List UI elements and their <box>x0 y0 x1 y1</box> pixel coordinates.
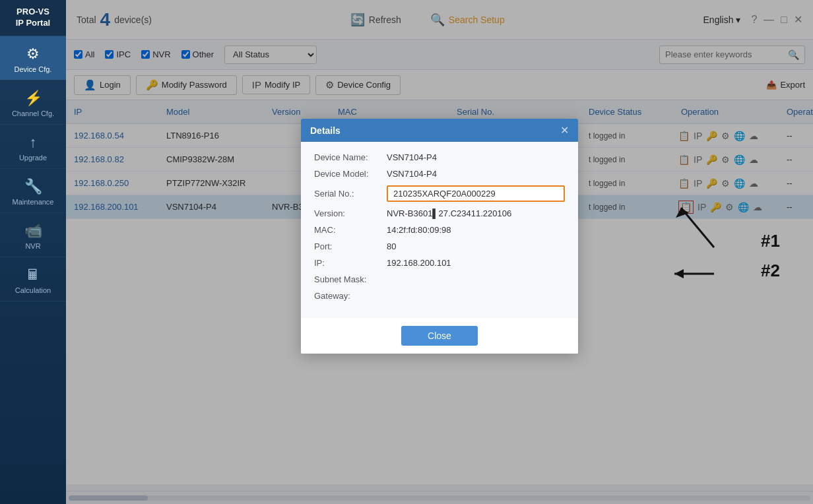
details-modal: Details ✕ Device Name: VSN7104-P4 Device… <box>301 119 578 354</box>
serial-no-value: 210235XARQF20A000229 <box>387 185 565 202</box>
version-value: NVR-B3601▌27.C23411.220106 <box>387 208 565 218</box>
logo-text: PRO-VS IP Portal <box>5 7 61 29</box>
version-label: Version: <box>314 208 387 218</box>
sidebar-item-channel-cfg[interactable]: ⚡ Channel Cfg. <box>0 80 66 125</box>
device-model-value: VSN7104-P4 <box>387 169 565 179</box>
sidebar-item-label: Channel Cfg. <box>12 110 54 117</box>
ip-label: IP: <box>314 258 387 268</box>
channel-icon: ⚡ <box>24 90 42 107</box>
detail-row-version: Version: NVR-B3601▌27.C23411.220106 <box>314 208 565 218</box>
sidebar-item-calculation[interactable]: 🖩 Calculation <box>0 257 66 301</box>
port-label: Port: <box>314 241 387 251</box>
ip-value: 192.168.200.101 <box>387 258 565 268</box>
modal-body: Device Name: VSN7104-P4 Device Model: VS… <box>301 142 578 318</box>
detail-row-subnet: Subnet Mask: <box>314 274 565 284</box>
detail-row-ip: IP: 192.168.200.101 <box>314 258 565 268</box>
sidebar-item-label: Upgrade <box>19 154 47 162</box>
detail-row-gateway: Gateway: <box>314 291 565 301</box>
modal-footer: Close <box>301 318 578 354</box>
gear-icon: ⚙ <box>26 46 40 63</box>
device-name-label: Device Name: <box>314 152 387 162</box>
upgrade-icon: ↑ <box>30 134 37 151</box>
sidebar-item-upgrade[interactable]: ↑ Upgrade <box>0 125 66 169</box>
detail-row-serial: Serial No.: 210235XARQF20A000229 <box>314 185 565 202</box>
detail-row-device-name: Device Name: VSN7104-P4 <box>314 152 565 162</box>
detail-row-device-model: Device Model: VSN7104-P4 <box>314 169 565 179</box>
sidebar: PRO-VS IP Portal ⚙ Device Cfg. ⚡ Channel… <box>0 0 66 504</box>
sidebar-item-label: Device Cfg. <box>15 65 52 73</box>
gateway-label: Gateway: <box>314 291 387 301</box>
serial-no-label: Serial No.: <box>314 189 387 199</box>
sidebar-logo: PRO-VS IP Portal <box>0 0 66 36</box>
device-name-value: VSN7104-P4 <box>387 152 565 162</box>
nvr-icon: 📹 <box>24 222 42 239</box>
modal-title: Details <box>310 125 341 136</box>
sidebar-item-label: Maintenance <box>13 198 54 206</box>
sidebar-item-maintenance[interactable]: 🔧 Maintenance <box>0 169 66 213</box>
modal-header: Details ✕ <box>301 119 578 142</box>
modal-close-footer-button[interactable]: Close <box>401 326 478 346</box>
maintenance-icon: 🔧 <box>24 178 42 195</box>
port-value: 80 <box>387 241 565 251</box>
sidebar-item-label: Calculation <box>15 286 51 294</box>
sidebar-item-label: NVR <box>25 242 40 250</box>
mac-value: 14:2f:fd:80:09:98 <box>387 225 565 235</box>
sidebar-item-device-cfg[interactable]: ⚙ Device Cfg. <box>0 36 66 80</box>
detail-row-mac: MAC: 14:2f:fd:80:09:98 <box>314 225 565 235</box>
sidebar-item-nvr[interactable]: 📹 NVR <box>0 213 66 257</box>
modal-close-button[interactable]: ✕ <box>560 124 569 137</box>
detail-row-port: Port: 80 <box>314 241 565 251</box>
calc-icon: 🖩 <box>26 267 40 284</box>
subnet-label: Subnet Mask: <box>314 274 387 284</box>
modal-overlay: Details ✕ Device Name: VSN7104-P4 Device… <box>66 0 813 504</box>
mac-label: MAC: <box>314 225 387 235</box>
device-model-label: Device Model: <box>314 169 387 179</box>
